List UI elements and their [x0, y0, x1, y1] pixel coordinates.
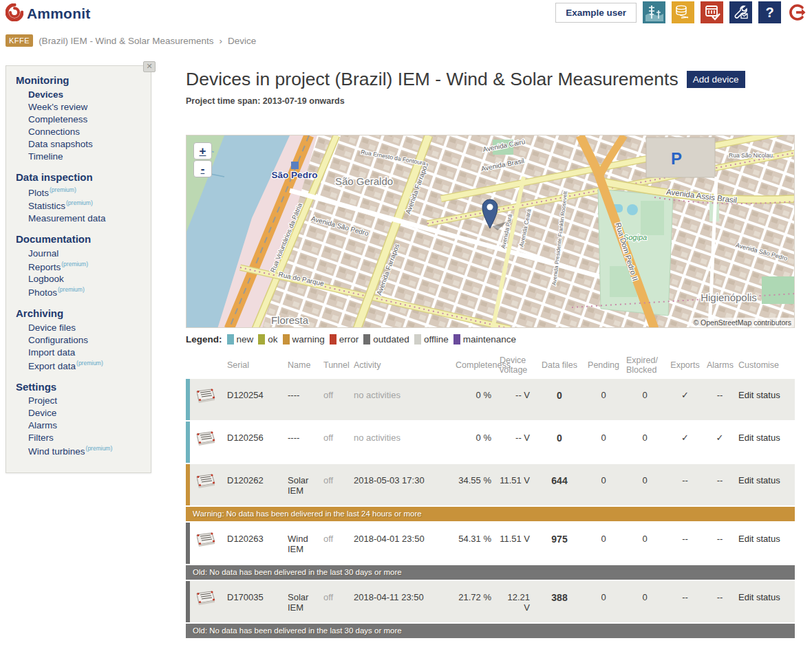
map-label-sao-pedro-station: São Pedro — [272, 170, 318, 180]
sidebar-item-configurations[interactable]: Configurations — [16, 334, 144, 346]
cell-serial: D170035 — [224, 581, 285, 622]
sidebar-item-plots[interactable]: Plots(premium) — [16, 185, 144, 199]
add-device-button[interactable]: Add device — [687, 71, 745, 88]
example-user-button[interactable]: Example user — [555, 3, 637, 23]
col-serial: Serial — [224, 359, 285, 371]
cell-data-files: 975 — [535, 523, 584, 564]
help-icon[interactable]: ? — [758, 1, 781, 23]
cell-tunnel: off — [321, 581, 351, 622]
cell-data-files: 0 — [535, 422, 584, 463]
zoom-out-button[interactable]: - — [193, 160, 212, 177]
cell-alarms: -- — [704, 464, 736, 505]
sidebar-item-import-data[interactable]: Import data — [16, 346, 144, 358]
table-row: D120254 ---- off no activities 0 % -- V … — [186, 379, 795, 420]
premium-tag: (premium) — [50, 186, 76, 193]
project-time-span: Project time span: 2013-07-19 onwards — [186, 96, 795, 106]
sidebar-item-completeness[interactable]: Completeness — [16, 113, 144, 125]
cell-activity: no activities — [351, 379, 453, 420]
status-legend: Legend: new ok warning error outdated of… — [186, 334, 795, 345]
sidebar-menu: ✕ Monitoring Devices Week's review Compl… — [6, 65, 151, 473]
close-icon[interactable]: ✕ — [143, 61, 156, 72]
old-banner: Old: No data has been delivered in the l… — [186, 624, 795, 638]
cell-name: ---- — [285, 379, 321, 420]
cell-completeness: 0 % — [453, 422, 497, 463]
zoom-in-button[interactable]: + — [193, 142, 212, 160]
edit-status-link[interactable]: Edit status — [736, 464, 795, 505]
sidebar-item-journal[interactable]: Journal — [16, 247, 144, 259]
cell-tunnel: off — [321, 523, 351, 564]
money-icon[interactable] — [672, 1, 694, 23]
cell-activity: 2018-05-03 17:30 — [351, 464, 453, 505]
breadcrumb-project-link[interactable]: (Brazil) IEM - Wind & Solar Measurements — [39, 36, 213, 46]
support-wrench-icon[interactable] — [729, 1, 752, 23]
cell-serial: D120262 — [224, 464, 285, 505]
sidebar-item-data-snapshots[interactable]: Data snapshots — [16, 138, 144, 150]
cell-alarms: -- — [704, 581, 736, 622]
map-attribution[interactable]: © OpenStreetMap contributors — [690, 318, 794, 327]
cell-completeness: 54.31 % — [453, 523, 497, 564]
cell-exports: -- — [666, 523, 704, 564]
cell-voltage: -- V — [497, 422, 535, 463]
premium-tag: (premium) — [86, 445, 113, 452]
sidebar-item-device-files[interactable]: Device files — [16, 321, 144, 334]
legend-swatch-ok — [258, 334, 265, 345]
cell-alarms: -- — [704, 379, 736, 420]
cell-alarms: ✓ — [704, 422, 736, 463]
cell-activity: 2018-04-01 23:50 — [351, 523, 453, 564]
cell-exports: ✓ — [666, 379, 704, 420]
legend-swatch-warning — [283, 334, 290, 345]
device-icon — [190, 422, 224, 463]
sidebar-item-export-data[interactable]: Export data(premium) — [16, 358, 144, 372]
sidebar-item-measurement-data[interactable]: Measurement data — [16, 212, 144, 224]
col-completeness: Completeness — [453, 359, 497, 371]
map-label-sao-nicolau: Rua São Nicolau — [729, 152, 773, 159]
legend-title: Legend: — [186, 334, 222, 345]
report-check-icon[interactable] — [701, 1, 723, 23]
sidebar-section-settings: Settings — [16, 381, 144, 393]
sidebar-item-device[interactable]: Device — [16, 407, 144, 419]
sidebar-section-data-inspection: Data inspection — [16, 171, 144, 183]
legend-item-offline: offline — [414, 334, 449, 345]
sidebar-item-weeks-review[interactable]: Week's review — [16, 100, 144, 113]
cell-name: Solar IEM — [285, 581, 321, 622]
sidebar-item-project[interactable]: Project — [16, 395, 144, 407]
ammonit-spiral-icon — [6, 3, 23, 23]
devices-table: Serial Name Tunnel Activity Completeness… — [186, 353, 795, 638]
sidebar-item-alarms[interactable]: Alarms — [16, 419, 144, 432]
edit-status-link[interactable]: Edit status — [736, 422, 795, 463]
map-label-sao-geraldo: São Geraldo — [335, 175, 393, 187]
sidebar-item-photos[interactable]: Photos(premium) — [16, 285, 144, 299]
cell-activity: no activities — [351, 422, 453, 463]
sidebar-item-statistics[interactable]: Statistics(premium) — [16, 199, 144, 212]
map-label-floresta: Floresta — [271, 314, 309, 326]
page-title: Devices in project (Brazil) IEM - Wind &… — [186, 69, 679, 90]
breadcrumb-separator: › — [219, 36, 222, 46]
sidebar-item-logbook[interactable]: Logbook — [16, 273, 144, 285]
cell-pending: 0 — [584, 464, 623, 505]
legend-swatch-new — [227, 334, 234, 345]
col-pending: Pending — [584, 359, 623, 371]
edit-status-link[interactable]: Edit status — [736, 581, 795, 622]
sidebar-item-filters[interactable]: Filters — [16, 432, 144, 444]
device-map[interactable]: São Pedro São Geraldo Floresta Higienópo… — [186, 135, 795, 328]
cell-activity: 2018-04-11 23:50 — [351, 581, 453, 622]
met-mast-icon[interactable] — [643, 1, 665, 23]
sidebar-item-devices[interactable]: Devices — [16, 88, 144, 100]
cell-serial: D120263 — [224, 523, 285, 564]
sidebar-section-archiving: Archiving — [16, 307, 144, 319]
sidebar-item-reports[interactable]: Reports(premium) — [16, 259, 144, 273]
map-label-higienopolis: Higienópolis — [701, 292, 757, 303]
cell-data-files: 0 — [535, 379, 584, 420]
ammonit-logo[interactable]: Ammonit — [6, 3, 90, 23]
sidebar-item-wind-turbines[interactable]: Wind turbines(premium) — [16, 444, 144, 458]
cell-exports: -- — [666, 581, 704, 622]
sidebar-item-timeline[interactable]: Timeline — [16, 150, 144, 162]
project-code-badge[interactable]: KFFE — [6, 34, 33, 47]
edit-status-link[interactable]: Edit status — [736, 379, 795, 420]
table-row: D120256 ---- off no activities 0 % -- V … — [186, 422, 795, 463]
premium-tag: (premium) — [58, 286, 85, 293]
sidebar-item-connections[interactable]: Connections — [16, 125, 144, 138]
edit-status-link[interactable]: Edit status — [736, 523, 795, 564]
logout-icon[interactable] — [787, 2, 808, 23]
warning-banner: Warning: No data has been delivered in t… — [186, 507, 795, 521]
